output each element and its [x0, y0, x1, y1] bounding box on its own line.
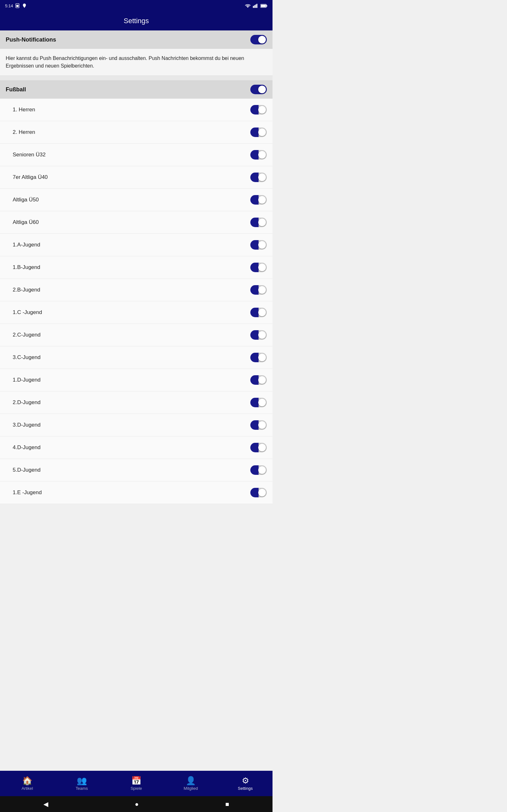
team-name: 7er Altliga Ü40: [13, 174, 48, 181]
team-list-item: 2.D-Jugend: [0, 392, 273, 414]
team-toggle-track[interactable]: [250, 150, 267, 159]
team-list-item: 1. Herren: [0, 99, 273, 121]
team-toggle[interactable]: [250, 240, 267, 250]
team-toggle[interactable]: [250, 195, 267, 205]
team-toggle[interactable]: [250, 105, 267, 114]
team-toggle[interactable]: [250, 172, 267, 182]
team-toggle-thumb: [258, 106, 266, 113]
team-toggle-thumb: [258, 218, 266, 226]
team-toggle-track[interactable]: [250, 398, 267, 407]
team-toggle-thumb: [258, 286, 266, 294]
team-toggle-track[interactable]: [250, 465, 267, 475]
sim-icon: [15, 3, 20, 8]
team-name: 2. Herren: [13, 129, 35, 136]
team-list-item: 1.A-Jugend: [0, 234, 273, 256]
fussball-thumb: [258, 86, 266, 93]
team-toggle-track[interactable]: [250, 330, 267, 340]
team-list-item: Altliga Ü60: [0, 211, 273, 234]
team-toggle[interactable]: [250, 150, 267, 159]
team-toggle-thumb: [258, 196, 266, 204]
signal-icon: [253, 3, 259, 8]
team-toggle[interactable]: [250, 217, 267, 227]
team-toggle[interactable]: [250, 488, 267, 497]
team-toggle-track[interactable]: [250, 240, 267, 250]
team-toggle-thumb: [258, 331, 266, 339]
team-toggle-track[interactable]: [250, 285, 267, 295]
team-toggle[interactable]: [250, 420, 267, 430]
team-toggle[interactable]: [250, 375, 267, 385]
team-toggle-track[interactable]: [250, 420, 267, 430]
team-toggle-thumb: [258, 129, 266, 136]
team-name: 5.D-Jugend: [13, 467, 41, 473]
team-name: 1.E -Jugend: [13, 490, 42, 496]
team-toggle-thumb: [258, 466, 266, 474]
team-toggle[interactable]: [250, 308, 267, 317]
team-list-item: 2. Herren: [0, 121, 273, 144]
team-toggle-thumb: [258, 173, 266, 181]
team-list-item: 1.B-Jugend: [0, 256, 273, 279]
team-toggle-track[interactable]: [250, 195, 267, 205]
battery-icon: [261, 4, 268, 8]
fussball-track[interactable]: [250, 85, 267, 94]
team-toggle-thumb: [258, 489, 266, 496]
status-time-area: 5:14: [5, 3, 27, 8]
team-toggle-thumb: [258, 421, 266, 429]
status-bar: 5:14: [0, 0, 273, 11]
team-toggle-thumb: [258, 264, 266, 271]
team-toggle-track[interactable]: [250, 353, 267, 362]
wifi-icon: [245, 3, 251, 8]
team-list-item: 2.B-Jugend: [0, 279, 273, 301]
team-name: 2.D-Jugend: [13, 399, 41, 406]
push-notifications-toggle[interactable]: [250, 35, 267, 44]
team-toggle-track[interactable]: [250, 128, 267, 137]
team-list-item: 4.D-Jugend: [0, 437, 273, 459]
team-toggle-thumb: [258, 354, 266, 361]
team-name: 1.D-Jugend: [13, 377, 41, 383]
push-notifications-description: Hier kannst du Push Benachrichtigungen e…: [0, 49, 273, 76]
team-toggle-track[interactable]: [250, 375, 267, 385]
svg-rect-1: [16, 5, 19, 7]
svg-rect-8: [267, 5, 268, 6]
app-bar-title: Settings: [124, 17, 149, 25]
team-name: 4.D-Jugend: [13, 444, 41, 451]
team-toggle-track[interactable]: [250, 217, 267, 227]
team-toggle-track[interactable]: [250, 308, 267, 317]
bottom-spacer: [0, 504, 273, 545]
push-notifications-header: Push-Notifications: [0, 31, 273, 49]
team-list-item: 1.E -Jugend: [0, 481, 273, 504]
team-list-item: 1.D-Jugend: [0, 369, 273, 392]
team-toggle[interactable]: [250, 128, 267, 137]
team-name: Altliga Ü50: [13, 197, 39, 203]
svg-rect-9: [261, 4, 266, 7]
svg-rect-6: [257, 4, 257, 8]
team-toggle[interactable]: [250, 263, 267, 272]
team-toggle-thumb: [258, 376, 266, 384]
team-toggle-thumb: [258, 241, 266, 249]
team-name: 1.A-Jugend: [13, 242, 40, 248]
team-toggle[interactable]: [250, 398, 267, 407]
team-name: 1.B-Jugend: [13, 264, 40, 270]
team-name: 2.B-Jugend: [13, 287, 40, 293]
location-icon: [22, 3, 27, 8]
svg-rect-4: [254, 5, 255, 8]
team-toggle[interactable]: [250, 285, 267, 295]
svg-rect-5: [256, 4, 257, 8]
team-toggle[interactable]: [250, 330, 267, 340]
team-toggle-track[interactable]: [250, 488, 267, 497]
section-divider: [0, 76, 273, 80]
team-toggle-track[interactable]: [250, 263, 267, 272]
push-notifications-track[interactable]: [250, 35, 267, 44]
team-toggle-track[interactable]: [250, 443, 267, 452]
team-name: 2.C-Jugend: [13, 332, 41, 338]
team-toggle[interactable]: [250, 353, 267, 362]
push-notifications-label: Push-Notifications: [6, 37, 56, 43]
team-name: Senioren Ü32: [13, 152, 46, 158]
team-name: 3.D-Jugend: [13, 422, 41, 428]
status-icons-area: [245, 3, 268, 8]
team-toggle-track[interactable]: [250, 172, 267, 182]
team-toggle[interactable]: [250, 465, 267, 475]
fussball-toggle[interactable]: [250, 85, 267, 94]
team-toggle[interactable]: [250, 443, 267, 452]
team-list-item: 2.C-Jugend: [0, 324, 273, 346]
team-toggle-track[interactable]: [250, 105, 267, 114]
